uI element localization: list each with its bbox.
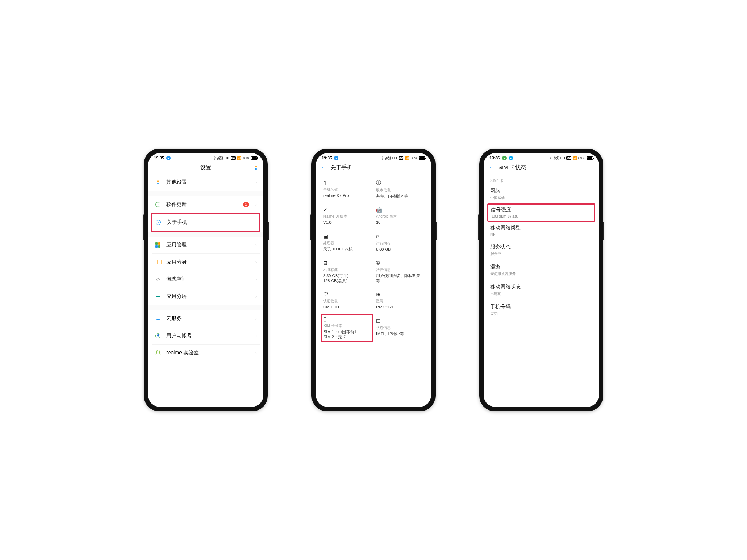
phone-frame-3: 19:35 ● ▸ ᛒ 5.00 KB/S HD 5G 📶 89% [479,149,603,411]
status-pill-icon: ▸ [509,156,513,160]
cell-device-name[interactable]: ▯ 手机名称 realme X7 Pro [322,177,372,202]
cell-ram[interactable]: ⧈ 运行内存 8.00 GB [375,230,425,256]
row-label: 软件更新 [166,201,238,208]
row-about-phone[interactable]: i 关于手机 › [152,214,259,231]
android-icon: 🤖 [376,207,424,213]
row-game-space[interactable]: ◇ 游戏空间 › [152,271,260,288]
menu-icon[interactable] [255,166,257,170]
item-value: NR [490,232,592,236]
item-value: 中国移动 [490,195,592,201]
item-phone-number[interactable]: 手机号码 未知 [490,300,592,320]
chevron-right-icon: › [255,260,257,265]
sim-icon: ⌷ [324,316,371,322]
status-bar: 19:35 ● ▸ ᛒ 5.00 KB/S HD 5G 📶 89% [484,153,599,161]
apps-icon [155,242,160,248]
item-value: 已连接 [490,291,592,296]
status-battery-pct: 89% [243,156,249,160]
cell-title: 手机名称 [323,187,371,192]
status-hd: HD [225,156,229,160]
cell-cpu[interactable]: ▣ 处理器 天玑 1000+ 八核 [322,230,372,256]
cell-title: 型号 [376,299,424,304]
item-key: 信号强度 [491,207,592,213]
row-split-screen[interactable]: 应用分屏 › [152,288,260,305]
back-arrow-icon[interactable]: ← [489,164,495,171]
cell-status-info[interactable]: ▤ 状态信息 IMEI、IP地址等 [375,315,425,341]
user-icon: 👤 [155,333,160,338]
screen-1: 19:35 ▸ ᛒ 5.00 KB/S HD 5G 📶 89% [148,153,263,407]
screen-2: 19:35 ▸ ᛒ 0.10 KB/S HD 5G 📶 89% [316,153,431,407]
cell-title: Android 版本 [376,214,424,219]
row-software-update[interactable]: ↑ 软件更新 1 › [152,196,260,213]
row-realme-lab[interactable]: realme 实验室 › [152,345,260,361]
chevron-right-icon: › [255,277,257,282]
cell-storage[interactable]: ⊟ 机身存储 8.39 GB(可用)128 GB(总共) [322,257,372,287]
bluetooth-icon: ᛒ [549,156,551,160]
cell-title: 处理器 [323,241,371,246]
cell-value: RMX2121 [376,304,424,310]
row-app-management[interactable]: 应用管理 › [152,237,260,254]
status-5g: 5G [399,156,403,160]
item-signal-strength[interactable]: 信号强度 -103 dBm 37 asu [487,203,595,222]
section-label: SIM1 卡 [490,176,592,184]
header: 设置 [148,161,263,174]
cell-model[interactable]: ≋ 型号 RMX2121 [375,288,425,313]
row-other-settings[interactable]: 其他设置 › [152,174,260,191]
cell-value: 8.39 GB(可用)128 GB(总共) [323,273,371,284]
dots-icon [157,180,159,184]
header: ← 关于手机 [316,161,431,174]
cell-title: 机身存储 [323,267,371,272]
cell-value: 用户使用协议、隐私政策等 [376,273,424,284]
page-title: 关于手机 [330,164,352,171]
row-label: realme 实验室 [166,350,250,356]
item-network-type[interactable]: 移动网络类型 NR [490,221,592,240]
row-cloud[interactable]: ☁ 云服务 › [152,310,260,327]
item-key: 网络 [490,188,592,194]
cell-legal[interactable]: © 法律信息 用户使用协议、隐私政策等 [375,257,425,287]
status-battery-pct: 89% [578,156,585,160]
status-netspeed: 5.00 KB/S [217,155,223,160]
status-bar: 19:35 ▸ ᛒ 0.10 KB/S HD 5G 📶 89% [316,153,431,161]
cell-value: CMIIT ID [323,304,371,310]
status-hd: HD [392,156,397,160]
item-service-state[interactable]: 服务状态 服务中 [490,240,592,260]
cell-title: 运行内存 [376,241,424,246]
row-label: 应用分身 [166,259,250,265]
info-icon: ⓘ [376,180,424,186]
cell-value: IMEI、IP地址等 [376,331,424,336]
cell-cert[interactable]: 🛡 认证信息 CMIIT ID [322,288,372,313]
screen-3: 19:35 ● ▸ ᛒ 5.00 KB/S HD 5G 📶 89% [484,153,599,407]
phone-icon: ▯ [323,180,371,186]
status-pill-icon: ● [502,156,507,160]
row-app-clone[interactable]: 应用分身 › [152,254,260,271]
update-icon: ↑ [155,202,160,207]
copyright-icon: © [376,260,424,266]
game-icon: ◇ [156,276,160,282]
cell-version-info[interactable]: ⓘ 版本信息 基带、内核版本等 [375,177,425,202]
status-pill-icon: ▸ [334,156,338,160]
cell-android[interactable]: 🤖 Android 版本 10 [375,204,425,229]
cell-realme-ui[interactable]: ✓ realme UI 版本 V1.0 [322,204,372,229]
item-value: 未使用漫游服务 [490,271,592,276]
chevron-right-icon: › [255,350,257,355]
item-key: 漫游 [490,264,592,270]
phone-frame-2: 19:35 ▸ ᛒ 0.10 KB/S HD 5G 📶 89% [311,149,436,411]
signal-icon: 📶 [237,156,241,160]
row-label: 其他设置 [166,179,250,186]
cell-sim-status[interactable]: ⌷ SIM 卡状态 SIM 1：中国移动1SIM 2：无卡 [321,314,373,342]
chevron-right-icon: › [255,220,256,225]
back-arrow-icon[interactable]: ← [321,164,327,171]
item-value: -103 dBm 37 asu [491,214,592,218]
check-icon: ✓ [323,207,371,213]
row-accounts[interactable]: 👤 用户与帐号 › [152,327,260,345]
split-icon [156,294,160,299]
item-network[interactable]: 网络 中国移动 [490,184,592,204]
layers-icon: ≋ [376,291,424,297]
status-time: 19:35 [322,156,332,160]
row-label: 关于手机 [167,219,250,226]
item-data-state[interactable]: 移动网络状态 已连接 [490,280,592,300]
cell-value: realme X7 Pro [323,193,371,198]
item-roaming[interactable]: 漫游 未使用漫游服务 [490,260,592,280]
update-badge: 1 [243,202,249,207]
cloud-icon: ☁ [155,316,160,322]
info-icon: i [156,220,161,225]
